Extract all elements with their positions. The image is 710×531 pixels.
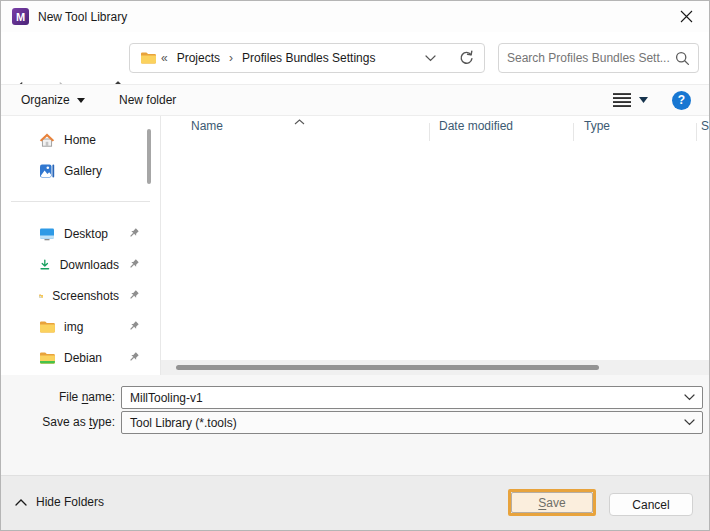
pin-icon: [128, 228, 140, 240]
breadcrumb-item-projects[interactable]: Projects: [177, 51, 220, 65]
breadcrumb-separator: ›: [229, 51, 233, 65]
breadcrumb-double-chevron[interactable]: «: [161, 51, 168, 65]
chevron-down-icon: [639, 97, 648, 103]
home-icon: [39, 132, 55, 148]
navigation-pane: Home Gallery Desktop Downloads Screensho…: [1, 116, 160, 375]
file-name-input[interactable]: [122, 391, 676, 405]
column-header-name[interactable]: Name: [191, 119, 223, 133]
command-toolbar: Organize New folder ?: [1, 84, 709, 116]
gallery-icon: [39, 163, 55, 179]
chevron-down-icon: [684, 419, 695, 426]
sidebar-scrollbar-thumb[interactable]: [147, 129, 151, 184]
sidebar-separator: [11, 201, 150, 202]
save-as-dialog: M New Tool Library « Projects › Profiles…: [0, 0, 710, 531]
column-separator[interactable]: [429, 123, 430, 141]
file-name-dropdown-button[interactable]: [676, 394, 702, 401]
sidebar-item-home[interactable]: Home: [1, 124, 160, 155]
refresh-icon: [458, 50, 474, 66]
sidebar-item-screenshots[interactable]: Screenshots: [1, 280, 160, 311]
pin-icon: [128, 259, 140, 271]
view-dropdown-button[interactable]: [639, 85, 648, 115]
file-name-combobox: [121, 386, 703, 409]
cancel-button[interactable]: Cancel: [609, 493, 693, 516]
folder-icon: [140, 51, 157, 65]
sidebar-item-label: Debian: [64, 351, 102, 365]
chevron-down-icon: [425, 55, 436, 62]
organize-label: Organize: [21, 93, 70, 107]
sidebar-item-img[interactable]: img: [1, 311, 160, 342]
file-name-panel: File name: Save as type: Tool Library (*…: [1, 375, 709, 475]
sidebar-item-label: Desktop: [64, 227, 108, 241]
chevron-down-icon: [684, 394, 695, 401]
file-list: Name Date modified Type Si: [161, 116, 709, 375]
horizontal-scrollbar-thumb[interactable]: [176, 365, 599, 370]
sidebar-item-debian[interactable]: Debian: [1, 342, 160, 373]
new-folder-label: New folder: [119, 93, 176, 107]
pin-icon: [128, 290, 140, 302]
folder-icon: [39, 320, 55, 334]
sidebar-item-desktop[interactable]: Desktop: [1, 218, 160, 249]
linux-folder-icon: [39, 351, 55, 365]
dialog-footer: Hide Folders Save Cancel: [1, 475, 709, 531]
hide-folders-label: Hide Folders: [36, 495, 104, 509]
address-dropdown-button[interactable]: [425, 55, 436, 62]
sidebar-item-label: Gallery: [64, 164, 102, 178]
sort-ascending-icon: [294, 114, 305, 128]
breadcrumb-item-current[interactable]: Profiles Bundles Settings: [242, 51, 375, 65]
search-box: [498, 43, 699, 73]
pin-icon: [128, 321, 140, 333]
view-options-button[interactable]: [612, 85, 632, 115]
search-input[interactable]: [507, 51, 675, 65]
organize-button[interactable]: Organize: [21, 85, 85, 115]
column-separator[interactable]: [696, 123, 697, 141]
hide-folders-button[interactable]: Hide Folders: [15, 495, 104, 509]
chevron-down-icon: [77, 98, 85, 103]
close-icon: [680, 10, 693, 23]
refresh-button[interactable]: [458, 50, 474, 66]
desktop-icon: [39, 226, 55, 242]
cancel-label: Cancel: [632, 498, 669, 512]
help-button[interactable]: ?: [672, 85, 691, 115]
save-button[interactable]: Save: [511, 492, 593, 513]
column-header-size[interactable]: Si: [701, 119, 710, 133]
save-button-highlight: Save: [508, 489, 596, 516]
pin-icon: [128, 352, 140, 364]
save-as-type-dropdown-button[interactable]: [676, 419, 702, 426]
help-icon: ?: [672, 91, 691, 110]
app-icon: M: [12, 8, 29, 25]
save-as-type-value: Tool Library (*.tools): [122, 416, 676, 430]
search-icon[interactable]: [675, 51, 690, 66]
save-as-type-combobox[interactable]: Tool Library (*.tools): [121, 411, 703, 434]
address-bar[interactable]: « Projects › Profiles Bundles Settings: [129, 43, 485, 73]
horizontal-scrollbar[interactable]: [161, 360, 709, 375]
window-title: New Tool Library: [38, 10, 127, 24]
column-separator[interactable]: [573, 123, 574, 141]
sidebar-item-label: img: [64, 320, 83, 334]
file-name-label: File name:: [1, 386, 115, 409]
title-bar: M New Tool Library: [1, 1, 709, 32]
list-view-icon: [612, 92, 632, 108]
new-folder-button[interactable]: New folder: [119, 85, 176, 115]
navigation-bar: « Projects › Profiles Bundles Settings: [1, 32, 709, 84]
sidebar-item-downloads[interactable]: Downloads: [1, 249, 160, 280]
column-header-type[interactable]: Type: [584, 119, 610, 133]
sidebar-item-label: Downloads: [60, 258, 119, 272]
cloud-folder-icon: [39, 289, 43, 303]
column-header-date-modified[interactable]: Date modified: [439, 119, 513, 133]
downloads-icon: [39, 257, 51, 273]
sidebar-item-label: Home: [64, 133, 96, 147]
close-button[interactable]: [663, 1, 709, 32]
sidebar-item-label: Screenshots: [52, 289, 119, 303]
sidebar-item-gallery[interactable]: Gallery: [1, 155, 160, 186]
chevron-up-icon: [15, 499, 27, 506]
save-as-type-label: Save as type:: [1, 411, 115, 434]
